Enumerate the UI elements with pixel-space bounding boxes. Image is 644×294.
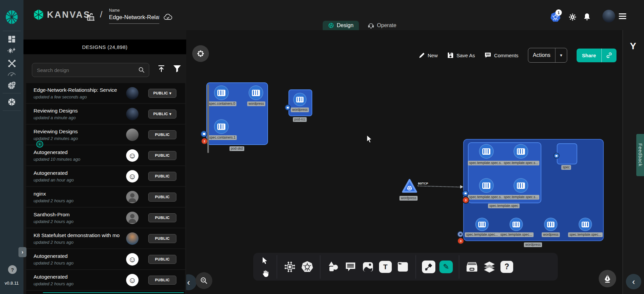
- feedback-tab[interactable]: Feedback: [636, 134, 644, 176]
- error-count-badge[interactable]: 3: [458, 238, 464, 244]
- visibility-badge[interactable]: PUBLIC: [148, 130, 176, 139]
- organization-icon[interactable]: [86, 12, 95, 21]
- visibility-badge[interactable]: PUBLIC: [148, 276, 176, 285]
- node-container[interactable]: [479, 144, 494, 159]
- container-label: spec.containers.1: [208, 135, 237, 140]
- visibility-badge[interactable]: PUBLIC▾: [148, 89, 176, 98]
- help-button[interactable]: ?: [8, 265, 17, 274]
- filter-icon[interactable]: [173, 65, 181, 72]
- help-tool[interactable]: ?: [498, 257, 516, 277]
- visibility-badge[interactable]: PUBLIC▾: [148, 109, 176, 119]
- error-count-badge[interactable]: 2: [202, 138, 207, 144]
- shapes-tool[interactable]: [324, 257, 342, 277]
- drawer-archive-tool[interactable]: [463, 257, 481, 277]
- node-container[interactable]: [479, 178, 494, 193]
- design-list-item[interactable]: Autogeneratedupdated 2 hours ago ☺ PUBLI…: [26, 249, 185, 269]
- sidebar-item-kanvas-extension[interactable]: [0, 96, 23, 108]
- visibility-badge[interactable]: PUBLIC: [148, 193, 176, 202]
- new-button[interactable]: New: [419, 52, 438, 59]
- actions-label[interactable]: Actions: [528, 52, 555, 58]
- design-name: Reviewing Designs: [34, 108, 123, 114]
- sidebar-item-mesh[interactable]: [0, 80, 23, 91]
- save-as-button[interactable]: Save As: [447, 52, 475, 59]
- visibility-badge[interactable]: PUBLIC: [148, 255, 176, 264]
- name-field-value[interactable]: Edge-Network-Relatio: [109, 14, 159, 21]
- design-list-item[interactable]: K8 Statefulset demonstration with moupda…: [26, 228, 185, 248]
- design-list-item[interactable]: Reviewing Designsupdated 2 minutes ago P…: [26, 125, 185, 145]
- design-updated: updated a minute ago: [34, 115, 123, 120]
- design-list-item[interactable]: Edge-Network-Relationship: Serviceupdate…: [26, 83, 185, 103]
- panel-expander-button[interactable]: ›: [18, 247, 26, 257]
- pan-hand-tool[interactable]: [257, 268, 274, 279]
- copy-link-icon[interactable]: [601, 49, 616, 62]
- node-container[interactable]: [475, 218, 489, 231]
- mouse-cursor: [367, 135, 373, 144]
- design-updated: updated an hour ago: [34, 177, 123, 182]
- edge-arrowhead: [460, 185, 463, 189]
- tab-design[interactable]: Design: [323, 21, 359, 30]
- kubernetes-tool[interactable]: [299, 257, 316, 277]
- node-container-wordpress[interactable]: [249, 85, 263, 100]
- sidebar-item-performance[interactable]: [0, 68, 23, 80]
- design-list-item[interactable]: Autogeneratedupdated 10 minutes ago ☺ PU…: [26, 145, 185, 165]
- panel-scrollbar[interactable]: [207, 84, 209, 153]
- settings-gear-icon[interactable]: [568, 13, 577, 21]
- sidebar-item-toolkit[interactable]: [0, 58, 23, 69]
- pen-mode-button[interactable]: [599, 270, 616, 287]
- sidebar-item-dashboard[interactable]: [0, 33, 23, 45]
- node-container-spec-containers-1[interactable]: [214, 119, 229, 134]
- share-split-button[interactable]: Share: [577, 49, 616, 62]
- design-list-item[interactable]: Reviewing Designsupdated a minute ago PU…: [26, 104, 185, 124]
- node-service-wordpress[interactable]: [401, 178, 418, 194]
- design-list-item[interactable]: Santhosh-Promupdated 2 hours ago PUBLIC: [26, 208, 185, 228]
- visibility-badge[interactable]: PUBLIC: [148, 234, 176, 243]
- design-search[interactable]: [32, 63, 149, 77]
- component-chip-tool[interactable]: [281, 257, 299, 277]
- visibility-badge[interactable]: PUBLIC: [148, 151, 176, 160]
- visibility-badge[interactable]: PUBLIC: [148, 213, 176, 222]
- text-tool[interactable]: T: [377, 257, 394, 277]
- share-label[interactable]: Share: [577, 53, 601, 58]
- node-container[interactable]: [514, 178, 528, 193]
- collapse-right-button[interactable]: ‹: [626, 274, 641, 289]
- error-count-badge[interactable]: 3: [463, 197, 469, 203]
- hamburger-menu-icon[interactable]: [619, 12, 626, 20]
- comment-tool[interactable]: [342, 257, 359, 277]
- visibility-badge[interactable]: PUBLIC: [148, 172, 176, 181]
- actions-split-button[interactable]: Actions ▼: [528, 48, 567, 63]
- hierarchy-y-icon[interactable]: Y: [630, 41, 636, 52]
- freehand-draw-tool-active[interactable]: ✎: [437, 257, 455, 277]
- sidebar-item-lifecycle[interactable]: [0, 46, 23, 57]
- node-container-wordpress[interactable]: [293, 93, 307, 106]
- tab-operate[interactable]: Operate: [362, 21, 402, 30]
- node-container[interactable]: [579, 218, 592, 231]
- node-container[interactable]: [514, 144, 528, 159]
- design-list-item[interactable]: Autogeneratedupdated 2 hours ago ☺ PUBLI…: [26, 270, 185, 290]
- design-name-field[interactable]: Name Edge-Network-Relatio: [109, 8, 159, 24]
- image-tool[interactable]: [359, 257, 377, 277]
- node-spec[interactable]: [557, 143, 577, 164]
- node-container[interactable]: [509, 218, 523, 231]
- select-tool[interactable]: [257, 254, 274, 267]
- snapshot-flower-button[interactable]: [192, 45, 209, 62]
- pen-path-tool[interactable]: [420, 257, 437, 277]
- notifications-bell-icon[interactable]: [583, 13, 591, 21]
- actions-caret[interactable]: ▼: [555, 48, 567, 62]
- zoom-button[interactable]: [196, 272, 212, 289]
- design-name: Autogenerated: [34, 253, 123, 259]
- design-list-item[interactable]: Autogeneratedupdated an hour ago ☺ PUBLI…: [26, 166, 185, 186]
- meshery-logo[interactable]: [5, 10, 18, 24]
- toolbar-divider: [459, 255, 459, 279]
- kubernetes-context-icon[interactable]: 1: [550, 12, 560, 22]
- design-list-item[interactable]: nginxupdated 2 hours ago PUBLIC: [26, 187, 185, 207]
- toolbar-divider: [277, 255, 277, 279]
- node-container[interactable]: [544, 218, 557, 231]
- comments-button[interactable]: Comments: [484, 52, 519, 59]
- kanvas-brand[interactable]: KANVAS: [34, 9, 91, 20]
- user-avatar[interactable]: [602, 10, 615, 22]
- layers-tool[interactable]: [481, 257, 498, 277]
- import-design-icon[interactable]: [157, 64, 166, 73]
- search-input[interactable]: [36, 67, 138, 73]
- node-container-spec-containers-0[interactable]: [214, 85, 229, 100]
- frame-tool[interactable]: [394, 257, 412, 277]
